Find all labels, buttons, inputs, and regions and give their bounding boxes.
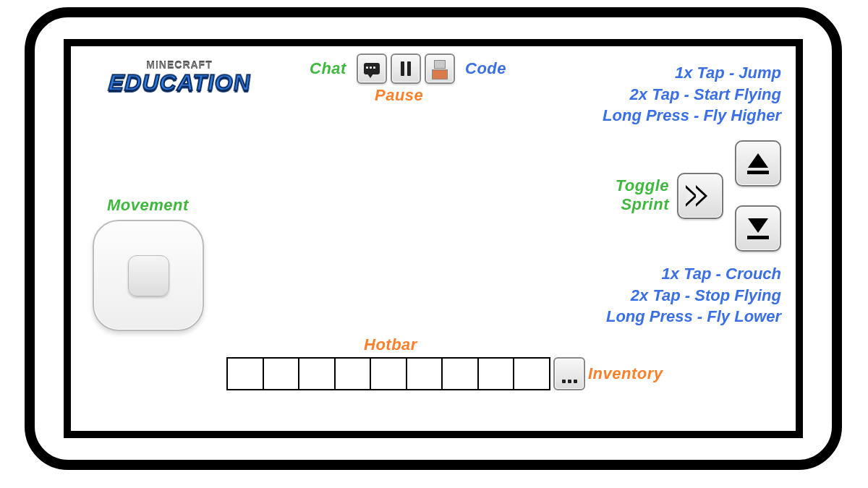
double-chevron-icon — [686, 185, 715, 207]
speech-bubble-icon — [364, 63, 380, 74]
instr-line: 1x Tap - Crouch — [606, 263, 781, 285]
toggle-sprint-line1: Toggle — [616, 176, 669, 195]
toggle-sprint-button[interactable] — [677, 173, 723, 219]
logo-top-text: MINECRAFT — [93, 59, 266, 71]
pause-label: Pause — [375, 86, 423, 105]
minecraft-education-logo: MINECRAFT EDUCATION — [93, 59, 266, 96]
hotbar-slot[interactable] — [263, 357, 300, 390]
chat-label: Chat — [310, 59, 346, 78]
instr-line: 2x Tap - Start Flying — [603, 84, 781, 106]
fly-down-button[interactable] — [735, 205, 781, 252]
hotbar-label: Hotbar — [364, 335, 417, 354]
hotbar-slot[interactable] — [513, 357, 550, 390]
logo-main-text: EDUCATION — [107, 70, 251, 96]
hotbar-slot[interactable] — [298, 357, 336, 390]
hotbar-slot[interactable] — [334, 357, 372, 390]
instr-line: Long Press - Fly Higher — [603, 105, 781, 127]
movement-joystick[interactable] — [93, 220, 204, 331]
tablet-frame: MINECRAFT EDUCATION Chat Code Pause 1x T… — [25, 7, 842, 470]
screen-area: MINECRAFT EDUCATION Chat Code Pause 1x T… — [64, 39, 803, 438]
hotbar-slot[interactable] — [406, 357, 443, 390]
pause-icon — [401, 61, 411, 76]
down-button-instructions: 1x Tap - Crouch 2x Tap - Stop Flying Lon… — [606, 263, 781, 328]
fly-up-button[interactable] — [735, 140, 781, 187]
code-button[interactable] — [425, 53, 455, 84]
instr-line: Long Press - Fly Lower — [606, 306, 781, 328]
ellipsis-icon — [562, 380, 577, 383]
toggle-sprint-label: Toggle Sprint — [616, 176, 669, 215]
hotbar — [226, 357, 585, 390]
toggle-sprint-line2: Sprint — [616, 195, 669, 214]
pause-button[interactable] — [391, 53, 421, 84]
instr-line: 2x Tap - Stop Flying — [606, 285, 781, 307]
instr-line: 1x Tap - Jump — [603, 62, 781, 84]
arrow-down-icon — [747, 218, 769, 239]
code-label: Code — [465, 59, 506, 78]
chat-button[interactable] — [357, 53, 387, 84]
hotbar-slot[interactable] — [226, 357, 264, 390]
hotbar-slot[interactable] — [441, 357, 479, 390]
inventory-button[interactable] — [553, 357, 585, 390]
hotbar-slot[interactable] — [370, 357, 407, 390]
agent-icon — [432, 60, 448, 77]
up-button-instructions: 1x Tap - Jump 2x Tap - Start Flying Long… — [603, 62, 781, 127]
arrow-up-icon — [747, 153, 769, 174]
joystick-thumb — [128, 255, 169, 296]
hotbar-slot[interactable] — [477, 357, 515, 390]
movement-label: Movement — [107, 196, 189, 215]
inventory-label: Inventory — [588, 364, 663, 383]
